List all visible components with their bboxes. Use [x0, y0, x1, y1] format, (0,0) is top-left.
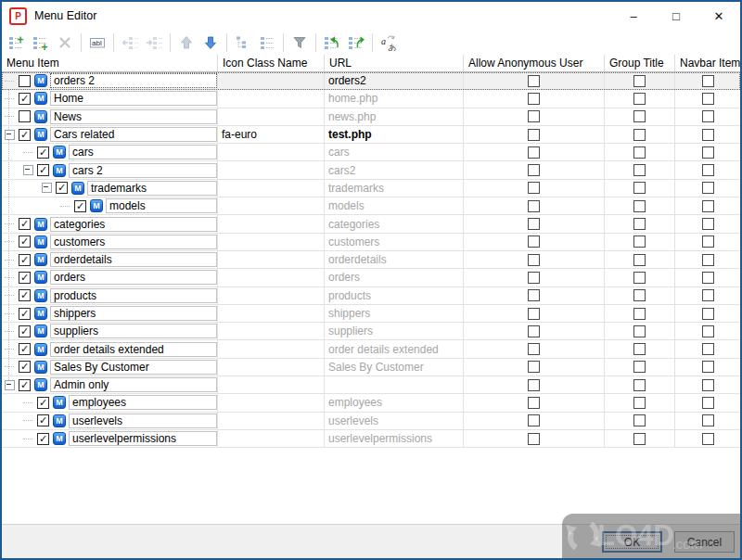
allow-anonymous-checkbox[interactable]	[528, 93, 540, 105]
menu-item-label[interactable]: categories	[50, 217, 217, 232]
allow-anonymous-checkbox[interactable]	[528, 129, 540, 141]
group-title-checkbox[interactable]	[633, 182, 646, 194]
menu-item-label[interactable]: shippers	[50, 306, 217, 321]
table-row[interactable]: ✓Mcars 2cars2	[2, 161, 740, 179]
group-title-checkbox[interactable]	[633, 289, 646, 301]
icon-class-cell[interactable]	[218, 90, 325, 107]
navbar-item-checkbox[interactable]	[702, 361, 714, 373]
icon-class-cell[interactable]	[218, 305, 325, 322]
table-row[interactable]: ✓MSales By CustomerSales By Customer	[2, 359, 740, 376]
icon-class-cell[interactable]	[218, 72, 325, 89]
revert-items-button[interactable]	[321, 32, 343, 53]
menu-item-label[interactable]: models	[106, 198, 217, 213]
url-cell[interactable]: orderdetails	[325, 251, 464, 268]
item-checkbox[interactable]: ✓	[19, 379, 31, 391]
add-item-button[interactable]: +	[6, 32, 28, 53]
url-cell[interactable]: models	[325, 197, 464, 214]
flat-view-button[interactable]	[256, 32, 278, 53]
table-row[interactable]: ✓Mordersorders	[2, 269, 740, 286]
table-row[interactable]: ✓Mcarscars	[2, 144, 740, 161]
icon-class-cell[interactable]	[218, 180, 325, 197]
icon-class-cell[interactable]	[218, 394, 325, 411]
collapse-toggle-icon[interactable]	[5, 380, 15, 390]
group-title-checkbox[interactable]	[633, 343, 646, 355]
move-down-button[interactable]	[199, 32, 222, 53]
group-title-checkbox[interactable]	[633, 129, 646, 141]
navbar-item-checkbox[interactable]	[702, 110, 714, 122]
allow-anonymous-checkbox[interactable]	[528, 289, 540, 301]
navbar-item-checkbox[interactable]	[702, 289, 714, 301]
navbar-item-checkbox[interactable]	[702, 379, 714, 391]
group-title-checkbox[interactable]	[633, 414, 646, 426]
item-checkbox[interactable]: ✓	[19, 93, 31, 105]
add-subitem-button[interactable]: +	[30, 32, 52, 53]
menu-item-label[interactable]: suppliers	[50, 324, 217, 338]
menu-item-label[interactable]: News	[50, 109, 217, 124]
group-title-checkbox[interactable]	[633, 379, 646, 391]
item-checkbox[interactable]: ✓	[19, 325, 31, 337]
url-cell[interactable]	[325, 376, 464, 393]
group-title-checkbox[interactable]	[633, 325, 646, 337]
group-title-checkbox[interactable]	[633, 75, 646, 87]
navbar-item-checkbox[interactable]	[702, 433, 714, 445]
icon-class-cell[interactable]	[218, 269, 325, 286]
group-title-checkbox[interactable]	[633, 164, 646, 176]
table-row[interactable]: Morders 2orders2	[2, 72, 740, 90]
collapse-toggle-icon[interactable]	[23, 165, 33, 175]
apply-items-button[interactable]	[345, 32, 367, 53]
icon-class-cell[interactable]	[218, 376, 325, 393]
close-button[interactable]: ✕	[697, 2, 740, 30]
item-checkbox[interactable]: ✓	[37, 414, 49, 426]
table-row[interactable]: ✓Morderdetailsorderdetails	[2, 251, 740, 269]
allow-anonymous-checkbox[interactable]	[528, 325, 540, 337]
icon-class-cell[interactable]	[218, 287, 325, 304]
navbar-item-checkbox[interactable]	[702, 182, 714, 194]
item-checkbox[interactable]: ✓	[37, 164, 49, 176]
url-cell[interactable]: home.php	[325, 90, 464, 107]
icon-class-cell[interactable]	[218, 215, 325, 232]
navbar-item-checkbox[interactable]	[702, 218, 714, 230]
url-cell[interactable]: news.php	[325, 108, 464, 125]
navbar-item-checkbox[interactable]	[702, 325, 714, 337]
url-cell[interactable]: trademarks	[325, 180, 464, 197]
table-row[interactable]: ✓Mshippersshippers	[2, 305, 740, 323]
table-row[interactable]: ✓MAdmin only	[2, 376, 740, 394]
allow-anonymous-checkbox[interactable]	[528, 433, 540, 445]
icon-class-cell[interactable]	[218, 251, 325, 268]
url-cell[interactable]: userlevelpermissions	[325, 430, 464, 447]
allow-anonymous-checkbox[interactable]	[528, 254, 540, 266]
allow-anonymous-checkbox[interactable]	[528, 272, 540, 284]
group-title-checkbox[interactable]	[633, 200, 646, 212]
menu-item-label[interactable]: Home	[50, 91, 217, 106]
allow-anonymous-checkbox[interactable]	[528, 200, 540, 212]
group-title-checkbox[interactable]	[633, 361, 646, 373]
filter-button[interactable]	[288, 32, 311, 53]
url-cell[interactable]: categories	[325, 215, 464, 232]
menu-item-label[interactable]: trademarks	[87, 181, 217, 196]
rename-item-button[interactable]: abl	[86, 32, 109, 53]
menu-item-label[interactable]: Admin only	[50, 377, 217, 392]
item-checkbox[interactable]	[19, 110, 31, 122]
allow-anonymous-checkbox[interactable]	[528, 414, 540, 426]
table-row[interactable]: ✓Morder details extendedorder details ex…	[2, 340, 740, 358]
icon-class-cell[interactable]: fa-euro	[218, 126, 325, 143]
menu-item-label[interactable]: order details extended	[50, 342, 217, 357]
navbar-item-checkbox[interactable]	[702, 93, 714, 105]
navbar-item-checkbox[interactable]	[702, 343, 714, 355]
icon-class-cell[interactable]	[218, 197, 325, 214]
menu-item-label[interactable]: userlevels	[69, 414, 217, 428]
item-checkbox[interactable]: ✓	[37, 433, 49, 445]
icon-class-cell[interactable]	[218, 108, 325, 125]
item-checkbox[interactable]: ✓	[19, 289, 31, 301]
url-cell[interactable]: shippers	[325, 305, 464, 322]
collapse-toggle-icon[interactable]	[42, 183, 52, 193]
item-checkbox[interactable]: ✓	[19, 343, 31, 355]
allow-anonymous-checkbox[interactable]	[528, 235, 540, 248]
url-cell[interactable]: orders	[325, 269, 464, 286]
icon-class-cell[interactable]	[218, 430, 325, 447]
icon-class-cell[interactable]	[218, 161, 325, 178]
item-checkbox[interactable]: ✓	[19, 308, 31, 320]
minimize-button[interactable]: –	[612, 2, 655, 30]
allow-anonymous-checkbox[interactable]	[528, 146, 540, 159]
group-title-checkbox[interactable]	[633, 218, 646, 230]
